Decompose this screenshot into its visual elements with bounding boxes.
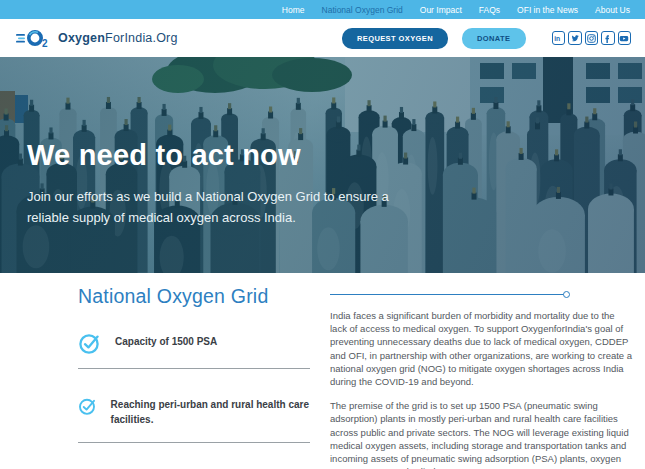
- hero-title: We need to act now: [27, 139, 427, 172]
- hero-caption: We need to act now Join our efforts as w…: [27, 139, 427, 229]
- brand-name: OxygenForIndia.Org: [58, 31, 178, 45]
- linkedin-icon[interactable]: in: [552, 31, 566, 45]
- nav-about-us[interactable]: About Us: [595, 5, 630, 15]
- checklist-item-capacity: Capacity of 1500 PSA: [78, 331, 310, 355]
- national-oxygen-grid-section: National Oxygen Grid Capacity of 1500 PS…: [0, 273, 645, 469]
- youtube-icon[interactable]: [618, 31, 632, 45]
- donate-button[interactable]: DONATE: [462, 28, 526, 49]
- top-nav: Home National Oxygen Grid Our Impact FAQ…: [0, 0, 645, 19]
- divider-dot: [563, 291, 570, 298]
- nav-home[interactable]: Home: [282, 5, 305, 15]
- section-divider: [330, 290, 633, 298]
- facebook-icon[interactable]: [601, 31, 615, 45]
- checklist-column: National Oxygen Grid Capacity of 1500 PS…: [78, 285, 310, 469]
- divider: [78, 442, 310, 443]
- nav-faqs[interactable]: FAQs: [479, 5, 500, 15]
- brand-logo[interactable]: 2 OxygenForIndia.Org: [16, 26, 178, 50]
- header-bar: 2 OxygenForIndia.Org REQUEST OXYGEN DONA…: [0, 19, 645, 57]
- check-circle-icon: [78, 331, 102, 355]
- nav-national-oxygen-grid[interactable]: National Oxygen Grid: [322, 5, 403, 15]
- nav-our-impact[interactable]: Our Impact: [420, 5, 462, 15]
- brand-name-bold: Oxygen: [58, 31, 105, 45]
- paragraph: India faces a significant burden of morb…: [330, 309, 633, 388]
- section-heading: National Oxygen Grid: [78, 285, 310, 308]
- request-oxygen-button[interactable]: REQUEST OXYGEN: [342, 28, 448, 49]
- social-links: in: [552, 31, 632, 45]
- svg-text:in: in: [554, 35, 560, 42]
- svg-text:2: 2: [42, 38, 48, 49]
- header-actions: REQUEST OXYGEN DONATE in: [342, 28, 631, 49]
- hero-banner: We need to act now Join our efforts as w…: [0, 57, 645, 273]
- instagram-icon[interactable]: [585, 31, 599, 45]
- twitter-icon[interactable]: [568, 31, 582, 45]
- divider-line: [330, 294, 564, 296]
- nav-ofi-in-the-news[interactable]: OFI in the News: [517, 5, 578, 15]
- checklist-item-label: Capacity of 1500 PSA: [115, 331, 217, 350]
- brand-name-rest: ForIndia.Org: [105, 31, 178, 45]
- paragraph: The premise of the grid is to set up 150…: [330, 399, 633, 469]
- divider: [78, 368, 310, 369]
- check-circle-icon: [78, 394, 98, 418]
- checklist-item-label: Reaching peri-urban and rural health car…: [111, 394, 310, 427]
- o2-logo-icon: 2: [16, 26, 54, 50]
- page: Home National Oxygen Grid Our Impact FAQ…: [0, 0, 645, 469]
- hero-subtitle: Join our efforts as we build a National …: [27, 187, 405, 229]
- checklist-item-reach: Reaching peri-urban and rural health car…: [78, 394, 310, 427]
- description-column: India faces a significant burden of morb…: [330, 285, 633, 469]
